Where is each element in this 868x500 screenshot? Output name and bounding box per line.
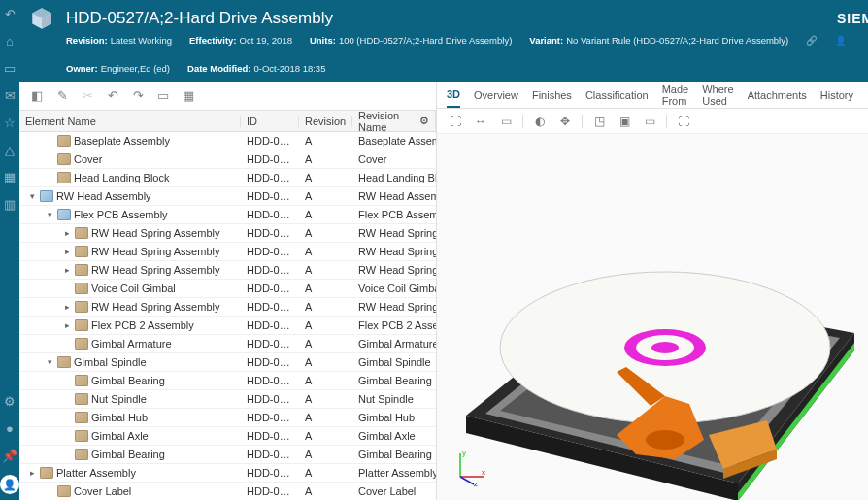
item-name: Gimbal Axle xyxy=(91,430,149,442)
svg-text:z: z xyxy=(474,480,478,486)
svg-text:y: y xyxy=(462,449,466,457)
table-row[interactable]: ▸Platter AssemblyHDD-0513APlatter Assemb… xyxy=(19,464,436,483)
measure-icon[interactable]: ▭ xyxy=(641,115,658,128)
table-row[interactable]: ▸RW Head Spring AssemblyHDD-0533ARW Head… xyxy=(19,243,436,261)
table-row[interactable]: Cover LabelHDD-0500ACover Label xyxy=(19,483,436,500)
tab-history[interactable]: History xyxy=(820,83,853,107)
schedule-icon[interactable]: ▦ xyxy=(2,169,17,184)
item-icon xyxy=(57,485,71,497)
svg-point-5 xyxy=(646,430,684,450)
item-name: Flex PCB 2 Assembly xyxy=(91,319,194,331)
folder-icon[interactable]: ▭ xyxy=(2,60,17,76)
table-row[interactable]: Gimbal AxleHDD-0544AGimbal Axle xyxy=(19,427,436,446)
user-avatar[interactable]: 👤 xyxy=(0,475,19,494)
table-row[interactable]: Gimbal ArmatureHDD-0509AGimbal Armature xyxy=(19,335,436,353)
col-name[interactable]: Element Name xyxy=(19,116,241,127)
link-icon[interactable]: 🔗 xyxy=(806,35,818,46)
svg-line-8 xyxy=(460,477,474,484)
table-row[interactable]: CoverHDD-0532ACover xyxy=(19,150,436,169)
expand-toggle[interactable]: ▸ xyxy=(62,228,72,238)
col-settings-icon[interactable]: ⚙ xyxy=(419,115,429,127)
tab-3d[interactable]: 3D xyxy=(447,83,460,108)
item-name: Gimbal Hub xyxy=(91,412,148,423)
reports-icon[interactable]: ▥ xyxy=(2,196,17,212)
table-row[interactable]: ▸Flex PCB 2 AssemblyHDD-0550AFlex PCB 2 … xyxy=(19,317,436,335)
item-icon xyxy=(75,430,88,442)
expand-toggle[interactable]: ▾ xyxy=(45,210,54,219)
back-icon[interactable]: ↶ xyxy=(2,6,17,21)
object-header: HDD-0527/A;2-Hard Drive Assembly SIEMENS… xyxy=(19,0,868,82)
expand-toggle[interactable]: ▸ xyxy=(27,468,37,478)
expand-toggle[interactable]: ▾ xyxy=(27,191,37,201)
expand-toggle[interactable]: ▾ xyxy=(45,357,54,367)
object-type-icon xyxy=(27,4,56,33)
col-id[interactable]: ID xyxy=(241,116,299,127)
fit-icon[interactable]: ⛶ xyxy=(447,115,464,128)
item-icon xyxy=(57,153,71,165)
help-icon[interactable]: ● xyxy=(2,420,17,436)
viewer-toolbar: ⛶ ↔ ▭ ◐ ✥ ◳ ▣ ▭ ⛶ xyxy=(437,109,868,134)
fit-all-icon[interactable]: ↔ xyxy=(472,115,489,128)
table-row[interactable]: ▾Flex PCB AssemblyHDD-0535AFlex PCB Asse… xyxy=(19,206,436,224)
table-row[interactable]: Gimbal HubHDD-0519AGimbal Hub xyxy=(19,409,436,427)
3d-viewer[interactable]: y x z xyxy=(437,134,868,500)
item-name: Flex PCB Assembly xyxy=(74,209,168,220)
object-title: HDD-0527/A;2-Hard Drive Assembly xyxy=(66,9,827,28)
toggle-panel-icon[interactable]: ◧ xyxy=(29,88,45,103)
table-row[interactable]: Nut SpindleHDD-0534ANut Spindle xyxy=(19,390,436,409)
table-row[interactable]: Baseplate AssemblyHDD-0507ABaseplate Ass… xyxy=(19,132,436,150)
item-icon xyxy=(75,227,88,239)
tab-finishes[interactable]: Finishes xyxy=(532,83,572,107)
table-row[interactable]: ▸RW Head Spring AssemblyHDD-0533ARW Head… xyxy=(19,261,436,280)
pan-icon[interactable]: ✥ xyxy=(556,115,574,128)
undo-icon[interactable]: ↶ xyxy=(105,88,120,103)
pin-icon[interactable]: 📌 xyxy=(2,448,17,463)
item-icon xyxy=(75,338,88,350)
home-icon[interactable]: ⌂ xyxy=(2,33,17,49)
table-row[interactable]: ▾Gimbal SpindleHDD-0540AGimbal Spindle xyxy=(19,353,436,372)
table-row[interactable]: Gimbal BearingHDD-0548AGimbal Bearing xyxy=(19,372,436,390)
tab-attachments[interactable]: Attachments xyxy=(748,83,807,107)
favorites-icon[interactable]: ☆ xyxy=(2,115,17,130)
zoom-area-icon[interactable]: ▭ xyxy=(497,115,515,128)
expand-toggle[interactable]: ▸ xyxy=(62,320,72,330)
tab-overview[interactable]: Overview xyxy=(474,83,518,107)
settings-icon[interactable]: ⚙ xyxy=(2,393,17,409)
brand-logo: SIEMENS xyxy=(837,11,868,26)
changes-icon[interactable]: △ xyxy=(2,142,17,157)
expand-toggle[interactable]: ▸ xyxy=(62,302,72,312)
tab-made-from[interactable]: Made From xyxy=(662,78,689,113)
select-icon[interactable]: ▣ xyxy=(616,115,633,128)
configure-icon[interactable]: ▦ xyxy=(181,88,196,103)
hdd-model xyxy=(447,163,864,500)
inbox-icon[interactable]: ✉ xyxy=(2,87,17,103)
item-name: RW Head Spring Assembly xyxy=(91,301,219,313)
table-row[interactable]: Gimbal BearingHDD-0548AGimbal Bearing xyxy=(19,446,436,464)
table-row[interactable]: ▸RW Head Spring AssemblyHDD-0533ARW Head… xyxy=(19,298,436,317)
item-icon xyxy=(75,375,88,386)
tab-where-used[interactable]: Where Used xyxy=(702,78,733,113)
item-name: RW Head Spring Assembly xyxy=(91,227,219,239)
expand-toggle[interactable]: ▸ xyxy=(62,247,72,256)
table-row[interactable]: ▾RW Head AssemblyHDD-0511ARW Head Assemb… xyxy=(19,187,436,206)
edit-icon[interactable]: ✎ xyxy=(54,88,70,103)
structure-panel: ◧ ✎ ✂ ↶ ↷ ▭ ▦ Element Name ID Revision R… xyxy=(19,82,437,500)
save-icon[interactable]: ▭ xyxy=(155,88,171,103)
section-icon[interactable]: ◳ xyxy=(590,115,608,128)
expand-toggle[interactable]: ▸ xyxy=(62,265,72,275)
col-revision[interactable]: Revision xyxy=(299,116,352,127)
expand-icon[interactable]: ⛶ xyxy=(675,115,692,128)
table-row[interactable]: Head Landing BlockHDD-0528AHead Landing … xyxy=(19,169,436,187)
table-row[interactable]: ▸RW Head Spring AssemblyHDD-0533ARW Head… xyxy=(19,224,436,243)
item-icon xyxy=(75,301,88,313)
item-icon xyxy=(40,467,53,479)
details-panel: 3DOverviewFinishesClassificationMade Fro… xyxy=(437,82,868,500)
item-name: Platter Assembly xyxy=(56,467,136,479)
tab-classification[interactable]: Classification xyxy=(585,83,649,107)
rotate-icon[interactable]: ◐ xyxy=(531,115,549,128)
col-revision-name[interactable]: Revision Name⚙ xyxy=(352,110,436,133)
redo-icon[interactable]: ↷ xyxy=(130,88,146,103)
table-row[interactable]: Voice Coil GimbalHDD-0518AVoice Coil Gim… xyxy=(19,280,436,298)
cut-icon[interactable]: ✂ xyxy=(80,88,95,103)
axis-indicator: y x z xyxy=(451,448,489,486)
